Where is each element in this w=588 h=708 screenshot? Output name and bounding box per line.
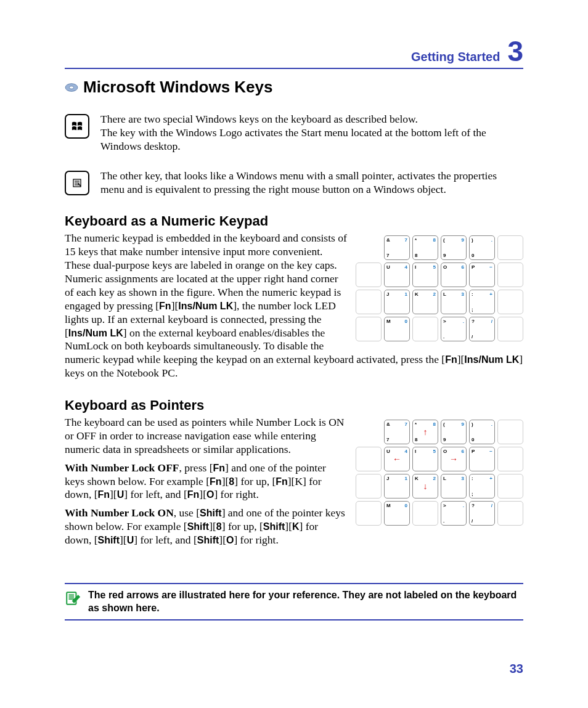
numpad-figure: &77*88(99).0U4I5O6P−J1K2L3:+;M0>..?// — [356, 235, 523, 341]
keypad-key-blank — [497, 235, 523, 260]
keypad-key: P− — [469, 447, 495, 471]
keypad-key: P− — [469, 262, 495, 287]
keypad-key-blank — [497, 474, 523, 498]
keypad-key-blank — [497, 420, 523, 444]
note-box: The red arrows are illustrated here for … — [65, 583, 523, 621]
keypad-key: M0 — [384, 317, 410, 341]
header-title: Getting Started — [411, 50, 500, 64]
keypad-key: &77 — [384, 420, 410, 444]
keypad-key: >.. — [441, 501, 467, 526]
keypad-key-blank — [497, 501, 523, 526]
chapter-number: 3 — [507, 37, 523, 65]
keypad-key: I5 — [412, 262, 438, 287]
section-title-pointers: Keyboard as Pointers — [65, 397, 523, 413]
keypad-key: K2 — [412, 290, 438, 314]
keypad-row: U4I5O6P− — [356, 262, 523, 287]
keypad-key: ).0 — [469, 420, 495, 444]
windows-logo-key-icon — [65, 114, 89, 139]
keypad-key-blank — [356, 262, 382, 287]
keypad-key: O6 — [441, 262, 467, 287]
keypad-key: O6→ — [441, 447, 467, 471]
section-title-winkeys: Microsoft Windows Keys — [83, 78, 272, 97]
keypad-key-blank — [412, 317, 438, 341]
arrow-icon: → — [449, 454, 458, 464]
keypad-key: J1 — [384, 290, 410, 314]
section-title-numpad: Keyboard as a Numeric Keypad — [65, 213, 523, 229]
keypad-key: >.. — [441, 317, 467, 341]
keypad-row: J1K2L3:+; — [356, 290, 523, 314]
arrow-icon: ← — [393, 454, 401, 464]
keypad-key: I5 — [412, 447, 438, 471]
winkey-menu-text: The other key, that looks like a Windows… — [100, 169, 523, 197]
keypad-key: J1 — [384, 474, 410, 498]
context-menu-key-icon — [65, 171, 89, 195]
keypad-key: U4 — [384, 262, 410, 287]
arrow-icon: ↓ — [423, 481, 428, 491]
keypad-row: M0>..?// — [356, 317, 523, 341]
pointers-section: &77*88↑(99).0U4←I5O6→P−J1K2↓L3:+;M0>..?/… — [65, 416, 523, 552]
keypad-key: U4← — [384, 447, 410, 471]
keypad-row: U4←I5O6→P− — [356, 447, 523, 471]
page: Getting Started 3 Microsoft Windows Keys… — [0, 0, 588, 708]
keypad-key: (99 — [441, 235, 467, 260]
keypad-key-blank — [497, 262, 523, 287]
section-winkeys-heading: Microsoft Windows Keys — [65, 78, 523, 97]
keypad-key-blank — [412, 501, 438, 526]
page-header: Getting Started 3 — [65, 37, 523, 69]
arrow-icon: ↑ — [423, 427, 428, 437]
keypad-key: &77 — [384, 235, 410, 260]
keypad-key-blank — [497, 447, 523, 471]
keypad-key: *88 — [412, 235, 438, 260]
keypad-key: K2↓ — [412, 474, 438, 498]
keypad-key: L3 — [441, 474, 467, 498]
keypad-key: ?// — [469, 317, 495, 341]
svg-point-1 — [69, 86, 73, 89]
keypad-key-blank — [497, 317, 523, 341]
keypad-key-blank — [356, 290, 382, 314]
keypad-key: *88↑ — [412, 420, 438, 444]
note-text: The red arrows are illustrated here for … — [88, 589, 523, 615]
winkey-menu-block: The other key, that looks like a Windows… — [65, 169, 523, 201]
keypad-key: ).0 — [469, 235, 495, 260]
keypad-key: (99 — [441, 420, 467, 444]
keypad-key: M0 — [384, 501, 410, 526]
keypad-key: :+; — [469, 290, 495, 314]
keypad-key-blank — [497, 290, 523, 314]
keypad-row: J1K2↓L3:+; — [356, 474, 523, 498]
keypad-key: :+; — [469, 474, 495, 498]
winkey-logo-block: There are two special Windows keys on th… — [65, 113, 523, 158]
keypad-key-blank — [356, 474, 382, 498]
keypad-key: L3 — [441, 290, 467, 314]
page-number: 33 — [510, 662, 523, 676]
numpad-section: &77*88(99).0U4I5O6P−J1K2L3:+;M0>..?// Th… — [65, 232, 523, 385]
pointers-figure: &77*88↑(99).0U4←I5O6→P−J1K2↓L3:+;M0>..?/… — [356, 420, 523, 526]
keypad-key-blank — [356, 501, 382, 526]
keypad-key-blank — [356, 447, 382, 471]
note-icon — [65, 590, 81, 609]
keypad-key-blank — [356, 317, 382, 341]
keypad-row: M0>..?// — [356, 501, 523, 526]
keypad-row: &77*88(99).0 — [356, 235, 523, 260]
keypad-key: ?// — [469, 501, 495, 526]
winkey-logo-text: There are two special Windows keys on th… — [100, 113, 523, 153]
keypad-row: &77*88↑(99).0 — [356, 420, 523, 444]
disc-icon — [65, 82, 78, 93]
